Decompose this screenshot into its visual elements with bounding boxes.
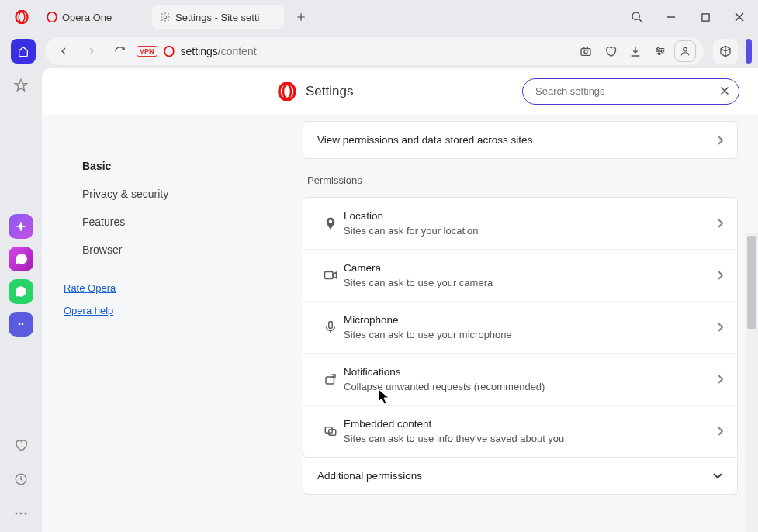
search-settings-input[interactable] [522,78,739,105]
titlebar-search-button[interactable] [623,3,651,31]
sidebar-toggle[interactable] [746,39,752,64]
permission-embedded[interactable]: Embedded content Sites can ask to use in… [303,406,737,457]
messenger-icon[interactable] [9,247,33,271]
settings-nav: Basic Privacy & security Features Browse… [42,115,228,532]
opera-logo-icon [278,82,296,101]
reload-button[interactable] [109,40,130,62]
new-tab-button[interactable] [292,8,310,26]
home-sidebar-button[interactable] [11,39,36,64]
main-area: Settings Basic Privacy & security Featur… [0,68,758,532]
url-host: settings [181,45,218,57]
embedded-title: Embedded content [344,418,717,430]
aria-icon[interactable] [9,214,33,239]
permissions-section-label: Permissions [303,159,738,197]
extensions-cube-icon[interactable] [713,39,738,64]
heart-icon[interactable] [600,40,621,62]
opera-url-icon [164,46,175,57]
camera-sub: Sites can ask to use your camera [344,277,717,288]
tab-settings[interactable]: Settings - Site setti [152,5,284,29]
embedded-sub: Sites can ask to use info they've saved … [344,433,717,444]
view-all-permissions-row[interactable]: View permissions and data stored across … [303,121,738,159]
svg-point-12 [684,47,687,51]
embedded-content-icon [317,424,344,438]
permissions-list: Location Sites can ask for your location… [303,197,738,458]
svg-rect-22 [329,322,333,329]
bookmarks-star-icon[interactable] [9,73,33,98]
address-bar: VPN settings/content [45,37,704,65]
opera-tab-icon [47,12,57,22]
left-sidebar [0,68,42,532]
nav-features[interactable]: Features [42,208,228,236]
camera-icon [317,268,344,282]
permission-location[interactable]: Location Sites can ask for your location [303,198,737,250]
svg-point-10 [661,50,663,53]
additional-label: Additional permissions [317,470,422,482]
svg-point-18 [25,513,27,515]
view-all-label: View permissions and data stored across … [317,134,717,146]
scrollbar-track[interactable] [746,233,758,532]
clear-search-icon[interactable] [718,84,732,98]
download-icon[interactable] [625,40,646,62]
microphone-sub: Sites can ask to use your microphone [344,329,717,340]
chevron-right-icon [717,271,723,280]
chevron-right-icon [717,375,723,384]
nav-basic[interactable]: Basic [42,152,228,180]
profile-icon[interactable] [674,40,696,62]
svg-rect-23 [326,377,334,384]
forward-button[interactable] [81,40,102,62]
tab-label: Settings - Site setti [175,12,259,23]
more-dots-icon[interactable] [9,501,33,526]
back-button[interactable] [53,40,74,62]
permission-notifications[interactable]: Notifications Collapse unwanted requests… [303,354,737,406]
close-button[interactable] [725,3,753,31]
settings-page: Settings Basic Privacy & security Featur… [42,68,758,532]
snapshot-icon[interactable] [575,40,597,62]
url-path: /content [218,45,257,57]
permission-microphone[interactable]: Microphone Sites can ask to use your mic… [303,302,737,354]
tab-opera-one[interactable]: Opera One [39,5,147,29]
camera-title: Camera [344,262,717,274]
svg-point-16 [16,513,18,515]
svg-point-3 [164,16,167,19]
chevron-down-icon [712,472,723,480]
chevron-right-icon [717,136,723,145]
location-pin-icon [317,216,344,230]
easy-setup-icon[interactable] [649,40,671,62]
svg-point-9 [657,47,659,50]
settings-title: Settings [306,84,353,99]
svg-rect-21 [325,272,334,279]
discord-icon[interactable] [9,312,33,337]
maximize-button[interactable] [691,3,719,31]
svg-point-0 [16,11,28,24]
url-display[interactable]: settings/content [181,45,569,57]
opera-help-link[interactable]: Opera help [64,305,228,316]
minimize-button[interactable] [657,3,685,31]
additional-permissions-row[interactable]: Additional permissions [303,458,738,495]
history-clock-icon[interactable] [9,467,33,492]
opera-menu-icon[interactable] [5,10,39,24]
svg-point-2 [47,12,57,22]
nav-browser[interactable]: Browser [42,236,228,264]
whatsapp-icon[interactable] [9,279,33,304]
location-title: Location [344,210,717,222]
tab-label: Opera One [62,12,112,23]
svg-point-20 [283,85,291,98]
chevron-right-icon [717,219,723,228]
pinboards-heart-icon[interactable] [9,433,33,458]
svg-point-8 [584,50,587,54]
scrollbar-thumb[interactable] [747,236,756,329]
svg-rect-5 [701,13,708,20]
microphone-title: Microphone [344,314,717,326]
chevron-right-icon [717,427,723,436]
vpn-badge[interactable]: VPN [137,46,157,57]
settings-panel: View permissions and data stored across … [228,115,758,532]
svg-rect-7 [581,49,590,56]
nav-privacy[interactable]: Privacy & security [42,180,228,208]
rate-opera-link[interactable]: Rate Opera [64,282,228,294]
svg-point-14 [22,323,24,326]
permission-camera[interactable]: Camera Sites can ask to use your camera [303,250,737,302]
microphone-icon [317,320,344,334]
notifications-sub: Collapse unwanted requests (recommended) [344,381,717,392]
location-sub: Sites can ask for your location [344,225,717,237]
svg-point-19 [279,83,295,100]
